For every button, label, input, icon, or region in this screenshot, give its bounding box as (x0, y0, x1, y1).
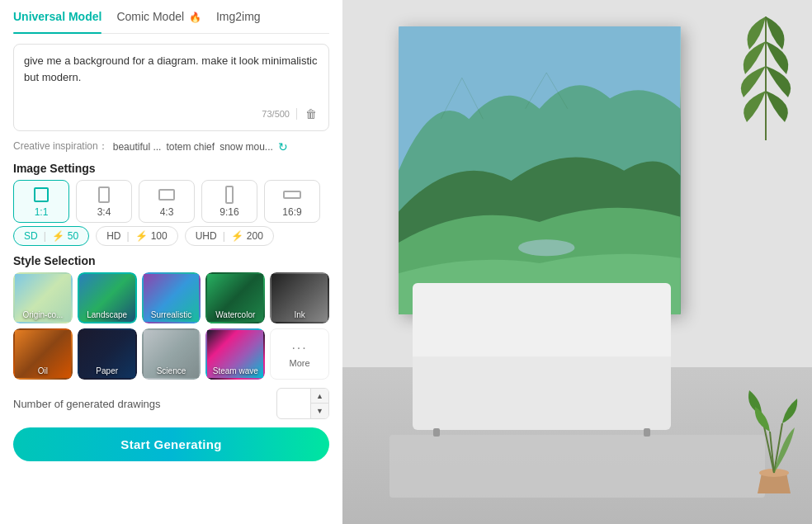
style-origin-label: Origin-co... (15, 310, 71, 319)
inspiration-chip-1[interactable]: totem chief (166, 141, 215, 153)
painting-image (399, 26, 680, 314)
inspiration-chip-0[interactable]: beautiful ... (113, 141, 162, 153)
gen-count-input[interactable]: 1 (277, 394, 310, 413)
ratio-3-4-icon (95, 186, 113, 204)
gen-count-row: Number of generated drawings 1 ▲ ▼ (13, 388, 329, 419)
fire-badge: 🔥 (189, 12, 201, 23)
style-selection-title: Style Selection (13, 254, 329, 267)
more-label: More (290, 358, 310, 368)
stepper-down-button[interactable]: ▼ (310, 404, 328, 418)
style-paper-label: Paper (79, 366, 135, 375)
right-panel (342, 0, 812, 524)
style-origin[interactable]: Origin-co... (13, 272, 73, 323)
inspiration-label: Creative inspiration： (13, 139, 108, 153)
plant-top-right (729, 0, 803, 149)
ratio-16-9[interactable]: 16:9 (264, 180, 320, 223)
style-watercolor-label: Watercolor (207, 310, 263, 319)
image-settings-section: Image Settings 1:1 3:4 4:3 (13, 162, 329, 246)
more-dots: ··· (291, 341, 307, 356)
svg-rect-3 (226, 186, 233, 203)
ratio-1-1[interactable]: 1:1 (13, 180, 69, 223)
style-surrealistic[interactable]: Surrealistic (142, 272, 201, 323)
svg-rect-4 (284, 191, 300, 198)
style-landscape-label: Landscape (79, 310, 135, 319)
ratio-4-3-icon (158, 186, 176, 204)
tab-comic[interactable]: Comic Model 🔥 (116, 10, 201, 28)
quality-uhd[interactable]: UHD | ⚡ 200 (185, 226, 274, 246)
sofa (413, 283, 671, 430)
style-landscape[interactable]: Landscape (78, 272, 137, 323)
gen-count-label: Number of generated drawings (13, 398, 161, 410)
svg-rect-1 (99, 187, 109, 202)
ratio-grid: 1:1 3:4 4:3 9:16 (13, 180, 329, 223)
style-steamwave-label: Steam wave (207, 366, 263, 375)
style-ink-label: Ink (271, 310, 328, 319)
ratio-16-9-icon (283, 186, 301, 204)
style-surrealistic-label: Surrealistic (144, 310, 200, 319)
room-scene (342, 0, 812, 524)
prompt-actions: 73/500 🗑 (24, 106, 319, 122)
more-styles-button[interactable]: ··· More (270, 328, 329, 380)
inspiration-chip-2[interactable]: snow mou... (220, 141, 273, 153)
style-science-label: Science (144, 366, 200, 375)
sofa-leg-left (433, 428, 440, 437)
tab-bar: Universal Model Comic Model 🔥 Img2img (13, 10, 329, 34)
style-oil-label: Oil (15, 366, 71, 375)
ratio-1-1-icon (32, 186, 50, 204)
stepper-buttons: ▲ ▼ (310, 389, 328, 418)
style-steamwave[interactable]: Steam wave (205, 328, 265, 380)
style-ink[interactable]: Ink (270, 272, 329, 323)
plant-floor-right (745, 366, 803, 498)
clear-button[interactable]: 🗑 (304, 106, 319, 122)
painting-frame (399, 26, 680, 314)
gen-count-stepper: 1 ▲ ▼ (276, 388, 329, 419)
quality-sd[interactable]: SD | ⚡ 50 (13, 226, 89, 246)
ratio-3-4[interactable]: 3:4 (76, 180, 132, 223)
style-paper[interactable]: Paper (78, 328, 137, 380)
tab-img2img[interactable]: Img2img (216, 10, 261, 28)
style-oil[interactable]: Oil (13, 328, 73, 380)
char-count: 73/500 (262, 109, 290, 119)
sofa-leg-right (644, 428, 650, 437)
divider (296, 108, 297, 120)
style-science[interactable]: Science (142, 328, 201, 380)
lightning-icon-sd: ⚡ (52, 230, 64, 242)
ratio-9-16-icon (220, 186, 238, 204)
refresh-inspiration-button[interactable]: ↻ (278, 140, 288, 153)
image-settings-title: Image Settings (13, 162, 329, 175)
rug (389, 435, 765, 498)
prompt-text[interactable]: give me a background for a diagram. make… (24, 53, 319, 102)
inspiration-row: Creative inspiration： beautiful ... tote… (13, 139, 329, 153)
quality-hd[interactable]: HD | ⚡ 100 (96, 226, 178, 246)
tab-universal[interactable]: Universal Model (13, 10, 102, 28)
svg-rect-2 (159, 190, 174, 200)
lightning-icon-uhd: ⚡ (231, 230, 243, 242)
lightning-icon-hd: ⚡ (135, 230, 148, 242)
svg-point-6 (518, 239, 574, 256)
quality-row: SD | ⚡ 50 HD | ⚡ 100 UHD | ⚡ 200 (13, 226, 329, 246)
svg-rect-0 (35, 188, 48, 201)
prompt-box: give me a background for a diagram. make… (13, 44, 329, 131)
style-watercolor[interactable]: Watercolor (205, 272, 265, 323)
generate-button[interactable]: Start Generating (13, 427, 329, 461)
stepper-up-button[interactable]: ▲ (310, 389, 328, 404)
left-panel: Universal Model Comic Model 🔥 Img2img gi… (0, 0, 342, 524)
ratio-4-3[interactable]: 4:3 (139, 180, 195, 223)
ratio-9-16[interactable]: 9:16 (201, 180, 257, 223)
style-selection-section: Style Selection Origin-co... Landscape S… (13, 254, 329, 380)
style-grid: Origin-co... Landscape Surrealistic Wate… (13, 272, 329, 380)
